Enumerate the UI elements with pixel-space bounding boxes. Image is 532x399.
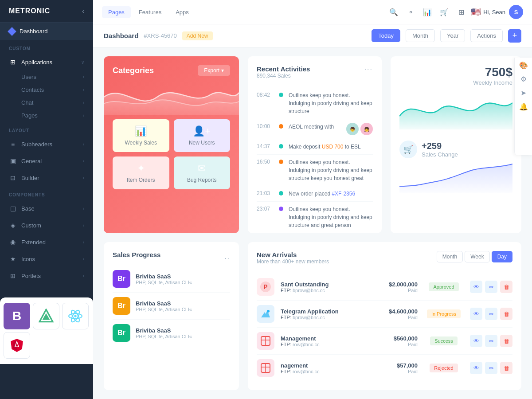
edit-button-2[interactable]: ✏: [485, 308, 497, 320]
bug-reports-card[interactable]: ✉ Bug Reports: [174, 156, 231, 189]
user-avatar[interactable]: S: [509, 5, 523, 19]
layout-section-label: LAYOUT: [0, 122, 93, 136]
sales-progress-title: Sales Progress: [113, 251, 160, 258]
add-new-button[interactable]: Add New: [182, 31, 213, 40]
sidebar-item-general[interactable]: ▣ General ›: [0, 153, 93, 169]
activity-row: 16:50 Outlines keep you honest. Indulgin…: [257, 155, 373, 186]
sidebar-item-users[interactable]: Users ›: [0, 70, 93, 83]
new-users-card[interactable]: 👤+ New Users: [174, 119, 231, 152]
delete-button-2[interactable]: 🗑: [500, 308, 512, 320]
sidebar-item-base[interactable]: ◫ Base ›: [0, 200, 93, 217]
mini-cards-grid: 📊 Weekly Sales 👤+ New Users ✦ Item Order…: [113, 119, 230, 189]
new-users-label: New Users: [180, 140, 224, 146]
sidebar-toggle[interactable]: ‹: [82, 8, 84, 15]
week-tab[interactable]: Week: [465, 251, 489, 262]
nav-features-button[interactable]: Features: [133, 6, 168, 18]
breadcrumb-id: #XRS-45670: [144, 32, 176, 39]
network-icon[interactable]: ⚬: [403, 5, 418, 19]
custom-chevron: ›: [83, 223, 84, 228]
sales-chart: [399, 162, 512, 193]
builder-label: Builder: [21, 175, 39, 181]
activity-dot: [279, 93, 283, 97]
item-orders-card[interactable]: ✦ Item Orders: [113, 156, 169, 189]
arrivals-title: New Arrivals: [257, 251, 329, 258]
portlets-label: Portlets: [21, 273, 41, 279]
status-badge-4: Rejected: [430, 364, 458, 372]
delete-button-4[interactable]: 🗑: [500, 362, 512, 374]
main-area: Pages Features Apps 🔍 ⚬ 📊 🛒 ⊞ 🇺🇸 Hi, Sea…: [93, 0, 532, 399]
arrival-row: nagement FTP: row@bnc.cc $57,000 Paid Re…: [257, 355, 512, 381]
general-icon: ▣: [9, 157, 17, 165]
edit-button-4[interactable]: ✏: [485, 362, 497, 374]
sidebar-item-custom[interactable]: ◈ Custom ›: [0, 217, 93, 234]
icons-label: Icons: [21, 256, 35, 262]
delete-button-1[interactable]: 🗑: [500, 281, 512, 293]
sidebar-item-dashboard[interactable]: Dashboard: [0, 23, 93, 40]
right-icon-gear[interactable]: ⚙: [520, 75, 527, 83]
activity-row: 08:42 Outlines keep you honest. Indulgin…: [257, 88, 373, 119]
sidebar-item-chat[interactable]: Chat ›: [0, 96, 93, 109]
sidebar-item-applications[interactable]: ⊞ Applications ∨: [0, 54, 93, 70]
arrival-name-2: Telegram Application: [281, 308, 367, 315]
activities-menu[interactable]: ···: [364, 65, 373, 73]
view-button-2[interactable]: 👁: [470, 308, 482, 320]
nav-apps-button[interactable]: Apps: [169, 6, 195, 18]
view-button-4[interactable]: 👁: [470, 362, 482, 374]
sidebar-item-pages[interactable]: Pages ›: [0, 109, 93, 122]
sales-logo-1: Br: [113, 270, 130, 288]
chat-chevron: ›: [83, 100, 84, 105]
applications-label: Applications: [21, 59, 52, 66]
framework-logos: B: [0, 297, 93, 364]
today-button[interactable]: Today: [372, 29, 400, 42]
cart-icon[interactable]: 🛒: [437, 5, 451, 19]
edit-button-1[interactable]: ✏: [485, 281, 497, 293]
delete-button-3[interactable]: 🗑: [500, 335, 512, 347]
add-button[interactable]: +: [508, 29, 521, 43]
arrival-paid-1: Paid: [373, 288, 418, 293]
extended-label: Extended: [21, 239, 46, 246]
sidebar-item-extended[interactable]: ◉ Extended ›: [0, 234, 93, 250]
vue-logo[interactable]: [33, 303, 59, 329]
arrival-price-3: $560,000: [373, 335, 418, 342]
sidebar-item-icons[interactable]: ★ Icons ›: [0, 250, 93, 267]
edit-button-3[interactable]: ✏: [485, 335, 497, 347]
day-tab[interactable]: Day: [492, 251, 512, 262]
activity-row: 14:37 Make deposit USD 700 to ESL: [257, 139, 373, 155]
sidebar-item-builder[interactable]: ⊟ Builder ›: [0, 169, 93, 186]
view-button-1[interactable]: 👁: [470, 281, 482, 293]
view-button-3[interactable]: 👁: [470, 335, 482, 347]
sidebar-item-portlets[interactable]: ⊞ Portlets ›: [0, 267, 93, 284]
month-button[interactable]: Month: [406, 29, 435, 42]
sales-row: Br Briviba SaaS PHP, SQLite, Artisan CLI…: [113, 266, 230, 293]
arrival-price-1: $2,000,000: [373, 281, 418, 288]
sales-progress-menu[interactable]: ··: [224, 254, 230, 262]
month-tab[interactable]: Month: [437, 251, 463, 262]
sidebar-item-subheaders[interactable]: ≡ Subheaders ›: [0, 136, 93, 153]
arrival-ftp-2: FTP: bprow@bnc.cc: [281, 315, 367, 320]
react-logo[interactable]: [62, 303, 89, 329]
actions-button[interactable]: Actions: [470, 29, 503, 42]
arrival-paid-2: Paid: [373, 315, 418, 320]
sidebar-item-contacts[interactable]: Contacts ›: [0, 83, 93, 96]
language-flag[interactable]: 🇺🇸: [471, 7, 481, 17]
builder-chevron: ›: [83, 176, 84, 180]
sidebar-logo: METRONIC ‹: [0, 0, 93, 23]
export-button[interactable]: Export ▾: [198, 65, 230, 76]
weekly-sales-card[interactable]: 📊 Weekly Sales: [113, 119, 169, 152]
sales-name-2: Briviba SaaS: [136, 300, 230, 307]
grid-icon[interactable]: ⊞: [454, 5, 468, 19]
right-icon-notification[interactable]: 🔔: [519, 102, 528, 111]
brand-name: METRONIC: [9, 7, 50, 15]
nav-pages-button[interactable]: Pages: [102, 6, 131, 18]
search-icon[interactable]: 🔍: [387, 5, 401, 19]
status-badge-2: In Progress: [427, 309, 461, 318]
arrival-logo-4: [257, 359, 274, 377]
status-badge-1: Approved: [429, 282, 458, 291]
bootstrap-logo[interactable]: B: [4, 303, 30, 329]
year-button[interactable]: Year: [440, 29, 465, 42]
angular-logo[interactable]: [4, 332, 30, 359]
right-icon-send[interactable]: ➤: [520, 89, 526, 97]
right-icon-settings[interactable]: 🎨: [519, 61, 528, 70]
users-label: Users: [21, 74, 36, 80]
chart-icon[interactable]: 📊: [420, 5, 434, 19]
